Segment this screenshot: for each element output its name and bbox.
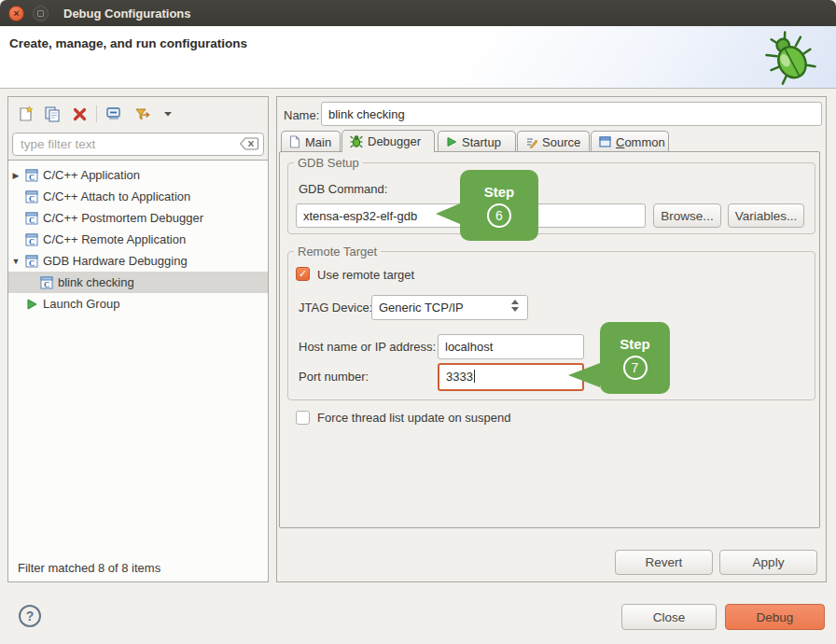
filter-status-text: Filter matched 8 of 8 items	[18, 561, 160, 575]
question-mark-icon: ?	[26, 609, 35, 623]
c-application-icon: C	[23, 190, 40, 203]
revert-button[interactable]: Revert	[615, 550, 713, 575]
collapse-arrow-icon[interactable]: ▼	[8, 257, 23, 266]
c-application-icon: C	[23, 169, 40, 182]
tree-item-cpp-application[interactable]: ▶ C C/C++ Application	[8, 164, 268, 186]
configurations-tree: ▶ C C/C++ Application C C/C++ Attach to …	[8, 160, 268, 581]
debug-button[interactable]: Debug	[725, 604, 825, 630]
jtag-device-label: JTAG Device:	[299, 301, 372, 315]
tab-source[interactable]: Source	[517, 131, 590, 152]
tree-item-gdb-hardware-debugging[interactable]: ▼ C GDB Hardware Debugging	[8, 250, 268, 272]
step-7-callout: Step 7	[600, 322, 670, 394]
delete-configuration-icon[interactable]	[69, 105, 90, 123]
spinner-arrows-icon	[511, 300, 519, 312]
bug-icon	[350, 135, 363, 148]
source-icon	[525, 136, 537, 148]
debug-bug-icon	[759, 28, 821, 90]
filter-input[interactable]	[12, 133, 264, 156]
c-application-icon: C	[23, 212, 40, 225]
configuration-detail-panel: Name: Main Debugger Startup Source Commo…	[276, 96, 827, 582]
debug-configurations-dialog: × Debug Configurations Create, manage, a…	[0, 0, 836, 644]
sidebar-toolbar	[8, 97, 268, 131]
callout-arrow-left-icon	[436, 203, 460, 224]
browse-button[interactable]: Browse...	[653, 203, 721, 228]
text-caret	[474, 370, 475, 383]
apply-button[interactable]: Apply	[719, 550, 817, 575]
svg-text:C: C	[29, 215, 35, 224]
play-icon	[446, 136, 457, 147]
check-icon: ✓	[299, 268, 307, 280]
step-number-badge: 7	[623, 356, 648, 380]
c-application-icon: C	[23, 255, 40, 268]
window-icon	[599, 136, 611, 147]
close-button[interactable]: Close	[621, 604, 717, 630]
tab-main[interactable]: Main	[281, 131, 341, 152]
force-thread-checkbox[interactable]	[296, 411, 310, 425]
use-remote-target-checkbox[interactable]: ✓	[296, 267, 310, 281]
window-restore-button[interactable]	[33, 6, 49, 21]
use-remote-target-label: Use remote target	[317, 268, 414, 282]
force-thread-label: Force thread list update on suspend	[317, 411, 510, 425]
help-button[interactable]: ?	[19, 605, 41, 627]
expand-arrow-icon[interactable]: ▶	[8, 171, 23, 180]
port-input[interactable]: 3333	[438, 363, 584, 391]
tree-item-cpp-attach[interactable]: C C/C++ Attach to Application	[8, 186, 268, 207]
step-number-badge: 6	[487, 203, 511, 228]
port-label: Port number:	[299, 370, 369, 384]
step-6-callout: Step 6	[460, 170, 538, 241]
banner-subtitle: Create, manage, and run configurations	[9, 36, 247, 50]
new-configuration-icon[interactable]	[15, 105, 35, 123]
toolbar-separator	[96, 105, 97, 122]
jtag-device-select[interactable]: Generic TCP/IP	[371, 295, 528, 320]
gdb-command-label: GDB Command:	[299, 182, 387, 196]
toolbar-dropdown-icon[interactable]	[158, 105, 178, 123]
titlebar[interactable]: × Debug Configurations	[0, 0, 836, 26]
filter-configurations-icon[interactable]	[131, 105, 151, 123]
svg-text:C: C	[29, 236, 35, 245]
variables-button[interactable]: Variables...	[728, 203, 804, 228]
tab-debugger[interactable]: Debugger	[341, 130, 435, 152]
close-icon: ×	[13, 8, 19, 19]
clear-filter-icon[interactable]	[240, 137, 258, 154]
name-input[interactable]	[321, 102, 822, 126]
svg-text:C: C	[29, 193, 35, 203]
configurations-sidebar: ▶ C C/C++ Application C C/C++ Attach to …	[7, 96, 269, 582]
host-input[interactable]	[438, 334, 584, 359]
svg-text:C: C	[29, 172, 35, 181]
window-close-button[interactable]: ×	[8, 6, 24, 21]
document-icon	[289, 135, 300, 148]
tree-item-cpp-postmortem[interactable]: C C/C++ Postmortem Debugger	[8, 207, 268, 229]
launch-group-icon	[23, 298, 40, 311]
tree-item-blink-checking[interactable]: C blink checking	[8, 272, 268, 293]
duplicate-configuration-icon[interactable]	[42, 105, 63, 123]
tree-item-cpp-remote[interactable]: C C/C++ Remote Application	[8, 229, 268, 250]
c-application-icon: C	[23, 233, 40, 246]
svg-text:C: C	[29, 258, 35, 267]
remote-target-legend: Remote Target	[294, 245, 381, 259]
tab-common[interactable]: Common	[591, 131, 669, 152]
window-title: Debug Configurations	[63, 7, 191, 21]
filter-row	[12, 133, 264, 156]
tab-startup[interactable]: Startup	[438, 131, 516, 152]
gdb-setup-legend: GDB Setup	[294, 156, 363, 170]
tree-item-launch-group[interactable]: Launch Group	[8, 293, 268, 315]
debugger-tab-content: GDB Setup GDB Command: Browse... Variabl…	[279, 151, 820, 528]
svg-text:C: C	[44, 279, 49, 288]
dialog-banner: Create, manage, and run configurations	[0, 26, 836, 89]
collapse-all-icon[interactable]	[104, 105, 124, 123]
restore-icon	[37, 10, 44, 17]
c-application-icon: C	[38, 276, 55, 289]
callout-arrow-left-icon	[568, 363, 600, 387]
host-label: Host name or IP address:	[299, 340, 436, 354]
name-label: Name:	[284, 108, 319, 122]
